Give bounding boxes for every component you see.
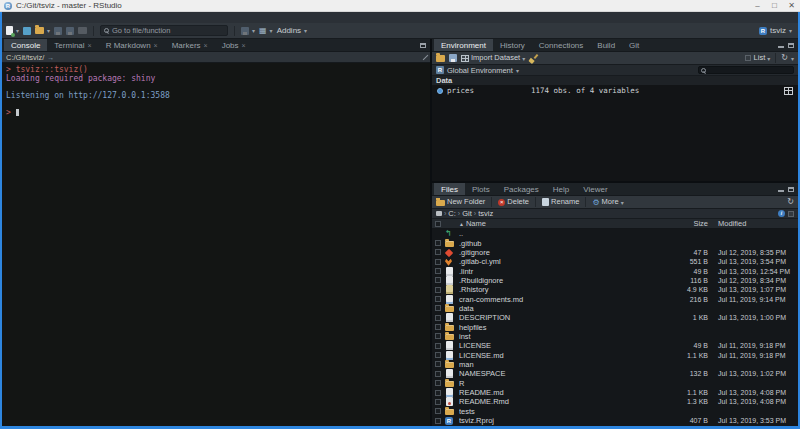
column-header-modified[interactable]: Modified <box>708 219 794 228</box>
file-name-link[interactable]: .Rhistory <box>459 285 654 294</box>
console-tab[interactable]: R Markdown <box>99 39 165 51</box>
file-name-link[interactable]: NAMESPACE <box>459 369 654 378</box>
file-name-link[interactable]: cran-comments.md <box>459 295 654 304</box>
breadcrumb-segment[interactable]: Git <box>458 209 472 219</box>
project-menu-button[interactable]: tsviz <box>759 26 792 35</box>
file-row[interactable]: tsviz.Rproj 407 B Jul 13, 2019, 3:53 PM <box>432 416 798 425</box>
pane-maximize-icon[interactable] <box>788 187 794 192</box>
pane-minimize-icon[interactable] <box>778 190 784 192</box>
file-checkbox[interactable] <box>435 390 441 396</box>
close-icon[interactable] <box>154 39 158 52</box>
file-row[interactable]: cran-comments.md 216 B Jul 11, 2019, 9:1… <box>432 294 798 303</box>
select-all-checkbox[interactable] <box>435 221 441 227</box>
refresh-icon[interactable] <box>781 54 788 62</box>
file-checkbox[interactable] <box>435 408 441 414</box>
file-row[interactable]: .Rhistory 4.9 KB Jul 13, 2019, 1:07 PM <box>432 285 798 294</box>
file-checkbox[interactable] <box>435 315 441 321</box>
file-row[interactable]: man <box>432 360 798 369</box>
file-name-link[interactable]: data <box>459 304 654 313</box>
refresh-icon[interactable] <box>787 198 794 206</box>
file-name-link[interactable]: helpfiles <box>459 323 654 332</box>
clear-objects-broom-icon[interactable] <box>529 54 538 63</box>
environment-object-row[interactable]: prices 1174 obs. of 4 variables <box>432 85 798 96</box>
pane-resize-icon[interactable] <box>423 54 429 60</box>
files-tab[interactable]: Files <box>434 183 465 195</box>
file-checkbox[interactable] <box>435 287 441 293</box>
files-tab[interactable]: Plots <box>465 183 497 195</box>
goto-directory-arrow-icon[interactable] <box>47 53 54 62</box>
file-row[interactable]: LICENSE 49 B Jul 11, 2019, 9:18 PM <box>432 341 798 350</box>
console-tab[interactable]: Terminal <box>47 39 98 51</box>
file-row[interactable]: inst <box>432 332 798 341</box>
file-name-link[interactable]: tests <box>459 407 654 416</box>
maximize-button[interactable]: □ <box>766 0 783 12</box>
console-tab[interactable]: Markers <box>165 39 215 51</box>
file-checkbox[interactable] <box>435 361 441 367</box>
file-row[interactable]: .lintr 49 B Jul 13, 2019, 12:54 PM <box>432 266 798 275</box>
file-name-link[interactable]: tsviz.Rproj <box>459 416 654 425</box>
file-row[interactable]: DESCRIPTION 1 KB Jul 13, 2019, 1:00 PM <box>432 313 798 322</box>
view-data-grid-icon[interactable] <box>784 87 793 95</box>
scope-selector[interactable]: Global Environment <box>447 66 513 75</box>
environment-tab[interactable]: Git <box>622 39 646 51</box>
file-name-link[interactable]: README.Rmd <box>459 397 654 406</box>
environment-search-input[interactable] <box>698 66 794 74</box>
file-name-link[interactable]: man <box>459 360 654 369</box>
file-name-link[interactable]: LICENSE <box>459 341 654 350</box>
open-file-button[interactable] <box>35 27 50 34</box>
file-checkbox[interactable] <box>435 249 441 255</box>
breadcrumb-segment[interactable]: tsviz <box>474 209 493 219</box>
file-checkbox[interactable] <box>435 305 441 311</box>
load-workspace-icon[interactable] <box>436 55 445 62</box>
delete-button[interactable]: Delete <box>498 196 529 208</box>
file-name-link[interactable]: inst <box>459 332 654 341</box>
save-workspace-icon[interactable] <box>449 54 457 62</box>
console-tab[interactable]: Console <box>4 39 47 51</box>
file-name-link[interactable]: .gitlab-ci.yml <box>459 257 654 266</box>
new-folder-button[interactable]: New Folder <box>436 196 485 208</box>
more-button[interactable]: More <box>592 196 623 208</box>
files-tab[interactable]: Packages <box>497 183 546 195</box>
minimize-button[interactable]: – <box>749 0 766 12</box>
file-name-link[interactable]: R <box>459 379 654 388</box>
file-row[interactable]: helpfiles <box>432 322 798 331</box>
save-icon[interactable] <box>54 27 62 35</box>
file-row[interactable]: .gitignore 47 B Jul 12, 2019, 8:35 PM <box>432 248 798 257</box>
list-view-button[interactable]: List <box>754 52 771 64</box>
file-name-link[interactable]: .gitignore <box>459 248 654 257</box>
file-row[interactable]: .gitlab-ci.yml 551 B Jul 13, 2019, 3:54 … <box>432 257 798 266</box>
panes-layout-button[interactable]: ▦ <box>259 27 273 35</box>
file-row[interactable]: tests <box>432 407 798 416</box>
close-icon[interactable] <box>204 39 208 52</box>
file-row[interactable]: README.Rmd 1.3 KB Jul 13, 2019, 4:08 PM <box>432 397 798 406</box>
file-checkbox[interactable] <box>435 343 441 349</box>
file-checkbox[interactable] <box>435 418 441 424</box>
file-name-link[interactable]: DESCRIPTION <box>459 313 654 322</box>
grid-view-icon[interactable] <box>745 55 751 61</box>
close-icon[interactable] <box>242 39 246 52</box>
file-checkbox[interactable] <box>435 324 441 330</box>
file-row[interactable]: README.md 1.1 KB Jul 13, 2019, 4:08 PM <box>432 388 798 397</box>
pane-maximize-icon[interactable] <box>788 43 794 48</box>
column-header-name[interactable]: Name <box>459 219 654 228</box>
new-file-button[interactable] <box>6 26 19 35</box>
console-tab[interactable]: Jobs <box>215 39 253 51</box>
directory-info-icon[interactable] <box>778 210 785 217</box>
file-row[interactable]: .. <box>432 229 798 238</box>
new-project-icon[interactable] <box>23 27 31 35</box>
file-row[interactable]: LICENSE.md 1.1 KB Jul 11, 2019, 9:18 PM <box>432 350 798 359</box>
show-hidden-icon[interactable] <box>788 211 794 217</box>
files-tab[interactable]: Help <box>546 183 576 195</box>
close-icon[interactable] <box>88 39 92 52</box>
rename-button[interactable]: Rename <box>542 196 579 208</box>
file-row[interactable]: R <box>432 379 798 388</box>
environment-tab[interactable]: Build <box>590 39 622 51</box>
column-header-size[interactable]: Size <box>654 219 708 228</box>
print-icon[interactable] <box>78 27 87 34</box>
file-checkbox[interactable] <box>435 371 441 377</box>
file-checkbox[interactable] <box>435 277 441 283</box>
console-output[interactable]: > tsviz:::tsviz()Loading required packag… <box>2 63 430 426</box>
file-checkbox[interactable] <box>435 333 441 339</box>
addins-button[interactable]: Addins <box>277 26 307 35</box>
breadcrumb-segment[interactable]: C: <box>444 209 456 219</box>
